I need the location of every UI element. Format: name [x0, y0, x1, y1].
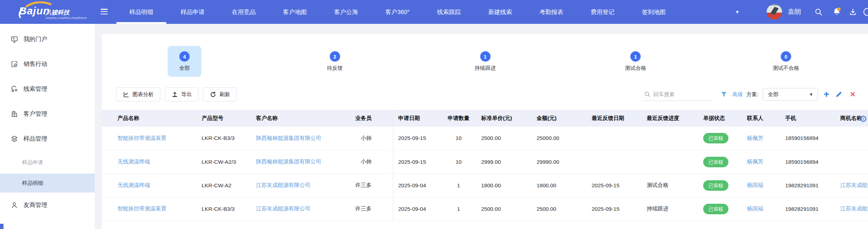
col-feedback-progress[interactable]: 最近反馈进度: [642, 110, 698, 127]
status-tabs: 4 全部 2 待反馈 1 持续跟进 1 测试合格 0 测试不合格: [102, 34, 868, 77]
nav-tab-lead-tracking[interactable]: 线索跟踪: [423, 0, 475, 24]
filter-funnel-icon[interactable]: [720, 91, 727, 98]
product-link[interactable]: 智能操控带测温装置: [117, 206, 167, 211]
product-link[interactable]: 智能操控带测温装置: [117, 135, 167, 141]
col-feedback-date[interactable]: 最近反馈日期: [586, 110, 642, 127]
product-link[interactable]: 无线测温终端: [117, 159, 150, 164]
nav-tab-sample-detail[interactable]: 样品明细: [116, 0, 167, 24]
sidebar-subitem-sample-apply[interactable]: 样品申请: [0, 151, 95, 174]
sidebar-subitem-label: 样品明细: [22, 180, 43, 187]
col-salesman[interactable]: 业务员: [347, 110, 393, 127]
sidebar-item-sample-management[interactable]: 样品管理: [0, 126, 95, 151]
customer-link[interactable]: 陕西榆林能源集团有限公司: [256, 159, 321, 164]
col-apply-date[interactable]: 申请日期: [393, 110, 442, 127]
customer-link[interactable]: 江苏友成能源有限公司: [256, 182, 310, 188]
status-tab-all[interactable]: 4 全部: [168, 46, 201, 77]
search-input[interactable]: [653, 91, 709, 97]
corner-chip: [0, 224, 4, 229]
status-count-badge: 1: [630, 51, 641, 62]
contact-link[interactable]: 杨国福: [747, 206, 763, 211]
export-button[interactable]: 导出: [165, 87, 199, 101]
share-icon: [11, 85, 18, 93]
sidebar-item-my-portal[interactable]: 我的门户: [0, 27, 95, 52]
nav-tab-checkin-map[interactable]: 签到地图: [628, 0, 679, 24]
brand-logo: Bajun 八骏科技 Anyone,Anytime,Anywhere!: [19, 3, 89, 22]
nav-tab-sample-apply[interactable]: 样品申请: [167, 0, 218, 24]
sidebar-subitem-label: 样品申请: [22, 159, 43, 166]
scheme-select[interactable]: 全部 ▼: [763, 88, 818, 101]
customer-link[interactable]: 陕西榆林能源集团有限公司: [256, 135, 321, 141]
sidebar-item-lead-management[interactable]: 线索管理: [0, 76, 95, 101]
col-apply-qty[interactable]: 申请数量: [442, 110, 475, 127]
search-box: [642, 88, 713, 101]
status-badge: 已审核: [703, 180, 728, 191]
advanced-filter-link[interactable]: 高级: [732, 91, 743, 98]
nav-more-caret-icon[interactable]: ▼: [735, 0, 740, 24]
col-phone[interactable]: 手机: [780, 110, 836, 127]
add-scheme-button[interactable]: +: [823, 90, 829, 99]
help-ring-icon[interactable]: [863, 8, 868, 16]
col-product-model[interactable]: 产品型号: [186, 110, 245, 127]
edit-scheme-button[interactable]: [835, 91, 842, 98]
nav-tab-expense-register[interactable]: 费用登记: [577, 0, 628, 24]
search-icon[interactable]: [814, 8, 823, 16]
col-contact[interactable]: 联系人: [742, 110, 780, 127]
nav-tab-customer-360[interactable]: 客户360°: [372, 0, 423, 24]
status-count-badge: 1: [480, 51, 491, 62]
nav-tab-attendance-report[interactable]: 考勤报表: [526, 0, 577, 24]
nav-tab-competing-products[interactable]: 在用竞品: [218, 0, 269, 24]
customer-link[interactable]: 江苏友成能源有限公司: [256, 206, 310, 211]
nav-tab-new-lead[interactable]: 新建线索: [475, 0, 526, 24]
delete-scheme-button[interactable]: ✕: [850, 90, 856, 99]
select-caret-icon: ▼: [809, 92, 813, 96]
table-row: 智能操控带测温装置 LKR-CK-B3/3 江苏友成能源有限公司 许三多 202…: [102, 197, 868, 221]
table-row: 无线测温终端 LKR-CW-A2 江苏友成能源有限公司 许三多 2025-09-…: [102, 174, 868, 197]
sample-table: ⚙ 产品名称 产品型号 客户名称 业务员 申请日期 申请数量 标准单价(元) 金…: [102, 110, 868, 221]
top-navbar: Bajun 八骏科技 Anyone,Anytime,Anywhere! 样品明细…: [0, 0, 868, 24]
opportunity-link[interactable]: 江苏友成能源有限公司: [840, 206, 868, 211]
status-tab-test-passed[interactable]: 1 测试合格: [619, 46, 652, 77]
sidebar-item-sales-action[interactable]: 销售行动: [0, 52, 95, 76]
sidebar-subitem-sample-detail[interactable]: 样品明细: [0, 174, 95, 193]
col-customer-name[interactable]: 客户名称: [245, 110, 347, 127]
nav-tab-customer-map[interactable]: 客户地图: [269, 0, 321, 24]
nav-tabs: 样品明细 样品申请 在用竞品 客户地图 客户公海 客户360° 线索跟踪 新建线…: [116, 0, 679, 24]
nav-tab-customer-pool[interactable]: 客户公海: [321, 0, 372, 24]
user-avatar[interactable]: [767, 4, 782, 20]
clipboard-check-icon: [11, 60, 18, 68]
col-product-name[interactable]: 产品名称: [102, 110, 186, 127]
sidebar: 我的门户 销售行动 线索管理 客户管理 样品管理 样品申请 样品明细 友商管: [0, 24, 95, 229]
monitor-icon: [11, 35, 18, 43]
contact-link[interactable]: 杨佩芳: [747, 135, 763, 141]
sidebar-item-partner-management[interactable]: 友商管理: [0, 193, 95, 217]
status-tab-continuous-followup[interactable]: 1 持续跟进: [469, 46, 502, 77]
sidebar-item-customer-management[interactable]: 客户管理: [0, 101, 95, 126]
status-tab-pending-feedback[interactable]: 2 待反馈: [318, 46, 352, 77]
refresh-button[interactable]: 刷新: [203, 87, 237, 101]
menu-icon[interactable]: [101, 9, 108, 15]
col-amount[interactable]: 金额(元): [528, 110, 586, 127]
user-icon: [11, 201, 18, 209]
opportunity-link[interactable]: 江苏友成能源有限公司: [840, 182, 868, 188]
export-icon: [171, 91, 178, 98]
status-badge: 已审核: [703, 204, 728, 214]
bell-icon[interactable]: [832, 7, 842, 16]
sidebar-item-label: 友商管理: [23, 201, 47, 209]
column-settings-gear-icon[interactable]: ⚙: [859, 114, 867, 124]
scheme-label: 方案:: [746, 91, 758, 98]
content-card: 4 全部 2 待反馈 1 持续跟进 1 测试合格 0 测试不合格 图表分析: [102, 34, 868, 229]
chart-icon: [123, 91, 129, 98]
chart-analysis-button[interactable]: 图表分析: [116, 87, 160, 101]
sidebar-item-label: 客户管理: [23, 110, 47, 118]
col-unit-price[interactable]: 标准单价(元): [475, 110, 528, 127]
status-tab-test-failed[interactable]: 0 测试不合格: [769, 46, 803, 77]
table-row: 智能操控带测温装置 LKR-CK-B3/3 陕西榆林能源集团有限公司 小帅 20…: [102, 127, 868, 150]
col-doc-status[interactable]: 单据状态: [698, 110, 742, 127]
contact-link[interactable]: 杨佩芳: [747, 159, 763, 164]
toolbar-right: 高级 方案: 全部 ▼ + ✕: [642, 88, 856, 101]
contact-link[interactable]: 杨国福: [747, 182, 763, 188]
brand-tagline: Anyone,Anytime,Anywhere!: [46, 16, 87, 20]
download-icon[interactable]: [849, 8, 857, 16]
user-name[interactable]: 袁朗: [788, 0, 801, 24]
product-link[interactable]: 无线测温终端: [117, 182, 150, 188]
